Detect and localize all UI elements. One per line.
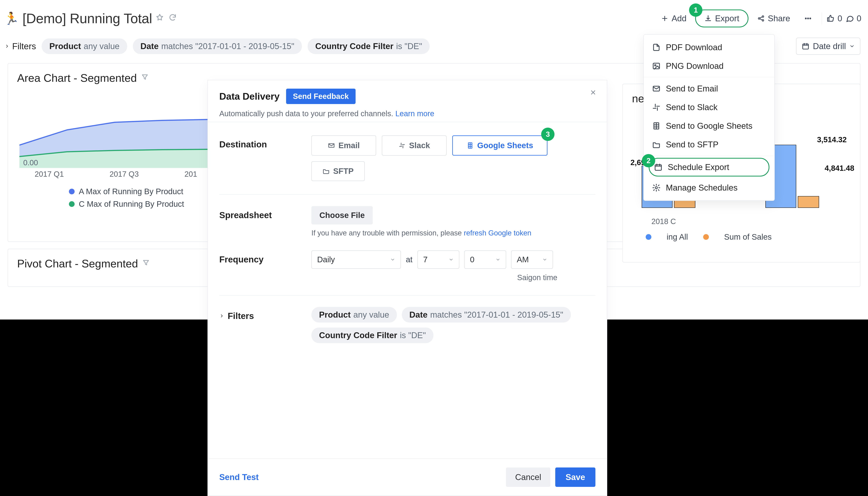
svg-rect-10	[798, 196, 819, 208]
dest-label: SFTP	[333, 167, 354, 176]
menu-item-send-slack[interactable]: Send to Slack	[644, 98, 774, 117]
frequency-select[interactable]: Daily	[311, 250, 401, 269]
top-bar: 🏃 [Demo] Running Total Add 1 Export Shar…	[0, 0, 868, 35]
chevron-down-icon	[495, 257, 500, 262]
ampm-value: AM	[517, 255, 529, 264]
menu-label: Send to Slack	[666, 103, 718, 112]
pivot-chart-title: Pivot Chart - Segmented	[17, 257, 138, 270]
page-emoji-icon: 🏃	[4, 11, 19, 26]
chart-filter-icon[interactable]	[141, 73, 149, 83]
thumbs-up-icon	[826, 14, 835, 22]
filters-label-text: Filters	[228, 311, 254, 321]
modal-filter-chip-country[interactable]: Country Code Filter is "DE"	[311, 327, 433, 343]
menu-label: PNG Download	[666, 61, 723, 71]
destination-sftp-button[interactable]: SFTP	[311, 161, 365, 181]
likes-button[interactable]: 0	[826, 14, 842, 23]
step-badge-2: 2	[642, 154, 655, 167]
x-tick: 2017 Q3	[109, 170, 138, 179]
chip-key: Date	[409, 310, 428, 320]
date-drill-select[interactable]: Date drill	[796, 38, 860, 55]
ampm-select[interactable]: AM	[511, 250, 553, 269]
destination-google-sheets-button[interactable]: 3 Google Sheets	[452, 135, 548, 156]
frequency-label: Frequency	[219, 250, 307, 265]
menu-item-send-email[interactable]: Send to Email	[644, 79, 774, 98]
filter-chip-date[interactable]: Date matches "2017-01-01 - 2019-05-15"	[133, 38, 302, 54]
svg-rect-6	[803, 44, 808, 49]
add-button[interactable]: Add	[656, 10, 692, 27]
close-icon	[590, 89, 597, 96]
x-tick: 2017 Q1	[35, 170, 64, 179]
minute-select[interactable]: 0	[464, 250, 506, 269]
choose-file-button[interactable]: Choose File	[311, 206, 373, 224]
y-axis-zero-label: 0.00	[23, 158, 38, 167]
legend-item: C Max of Running By Product	[69, 200, 184, 208]
more-menu-button[interactable]	[799, 11, 817, 26]
refresh-google-token-link[interactable]: refresh Google token	[464, 229, 532, 237]
refresh-icon[interactable]	[168, 13, 177, 24]
folder-icon	[323, 168, 330, 175]
star-icon[interactable]	[155, 13, 164, 24]
hour-select[interactable]: 7	[417, 250, 459, 269]
legend-label-suffix: ing All	[667, 232, 688, 242]
legend-dot-icon	[69, 201, 75, 207]
chevron-right-icon	[4, 44, 10, 49]
menu-item-png-download[interactable]: PNG Download	[644, 57, 774, 75]
chart-filter-icon[interactable]	[142, 259, 150, 268]
legend-dot-icon	[69, 189, 75, 195]
chevron-down-icon	[542, 257, 547, 262]
destination-slack-button[interactable]: Slack	[382, 135, 447, 156]
legend-label: A Max of Running By Product	[79, 187, 183, 196]
data-delivery-modal: Data Delivery Send Feedback Automaticall…	[208, 80, 607, 496]
comments-button[interactable]: 0	[846, 14, 861, 23]
svg-point-4	[807, 18, 808, 19]
send-feedback-button[interactable]: Send Feedback	[286, 89, 356, 104]
legend-dot-icon	[646, 234, 652, 240]
gear-icon	[652, 184, 660, 192]
menu-item-manage-schedules[interactable]: Manage Schedules	[644, 179, 774, 197]
export-dropdown-menu: PDF Download PNG Download Send to Email …	[643, 34, 775, 201]
toolbar-divider	[822, 12, 822, 25]
step-badge-3: 3	[541, 128, 554, 141]
bar-value-label: 4,841.48	[825, 164, 854, 172]
minute-value: 0	[470, 255, 474, 264]
filter-chip-country[interactable]: Country Code Filter is "DE"	[308, 38, 430, 54]
chip-val: matches "2017-01-01 - 2019-05-15"	[430, 310, 563, 320]
bar-chart-legend: ing All Sum of Sales	[646, 232, 772, 242]
send-test-button[interactable]: Send Test	[219, 472, 259, 482]
menu-separator	[644, 156, 774, 156]
download-icon	[704, 15, 712, 22]
export-label: Export	[715, 14, 739, 23]
timezone-note: Saigon time	[311, 273, 595, 282]
x-axis-ticks: 2017 Q1 2017 Q3 201	[35, 170, 197, 179]
save-button[interactable]: Save	[555, 467, 595, 487]
filters-toggle-label: Filters	[12, 41, 36, 51]
menu-item-send-google-sheets[interactable]: Send to Google Sheets	[644, 117, 774, 135]
menu-label: Send to SFTP	[666, 140, 718, 149]
destination-email-button[interactable]: Email	[311, 135, 376, 156]
chevron-down-icon	[449, 257, 454, 262]
area-chart-title: Area Chart - Segmented	[17, 72, 137, 84]
chip-key: Product	[49, 42, 81, 51]
filters-toggle[interactable]: Filters	[4, 41, 36, 51]
legend-label: C Max of Running By Product	[79, 200, 184, 208]
export-button[interactable]: 1 Export	[695, 10, 748, 27]
chip-key: Country Code Filter	[315, 42, 393, 51]
legend-label: Sum of Sales	[724, 232, 772, 242]
page-title: [Demo] Running Total	[23, 11, 152, 26]
menu-item-pdf-download[interactable]: PDF Download	[644, 38, 774, 57]
share-button[interactable]: Share	[752, 10, 795, 27]
modal-filters-label[interactable]: Filters	[219, 307, 307, 321]
modal-filter-chip-date[interactable]: Date matches "2017-01-01 - 2019-05-15"	[402, 307, 571, 323]
learn-more-link[interactable]: Learn more	[395, 109, 434, 118]
comment-icon	[846, 14, 854, 22]
modal-filter-chip-product[interactable]: Product any value	[311, 307, 397, 323]
bar-value-label: 3,514.32	[817, 135, 847, 144]
menu-item-schedule-export[interactable]: 2 Schedule Export	[649, 158, 769, 176]
cancel-button[interactable]: Cancel	[506, 467, 550, 487]
menu-item-send-sftp[interactable]: Send to SFTP	[644, 135, 774, 154]
modal-close-button[interactable]	[590, 89, 597, 98]
svg-point-5	[810, 18, 811, 19]
hour-value: 7	[423, 255, 428, 264]
filter-chip-product[interactable]: Product any value	[42, 38, 127, 54]
sheet-icon	[652, 122, 660, 130]
